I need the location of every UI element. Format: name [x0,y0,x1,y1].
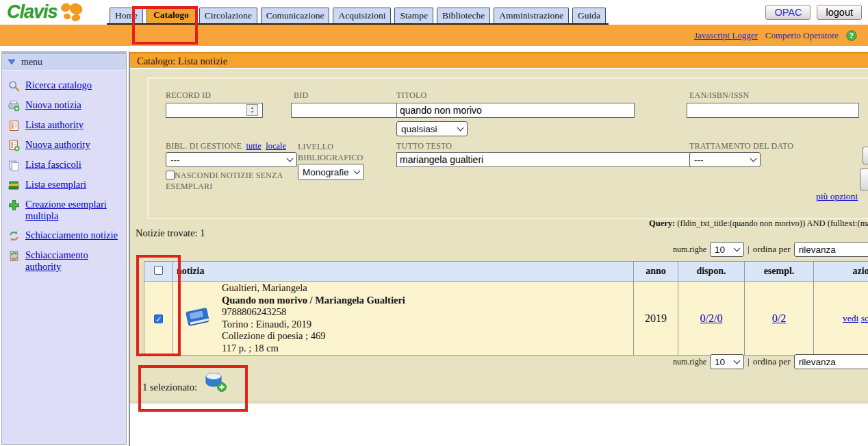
bid-label: BID [294,90,308,101]
nascondi-checkbox[interactable] [166,171,175,179]
select-all-checkbox[interactable] [154,266,163,275]
clavis-logo: Clavis [7,1,84,23]
opac-button[interactable]: OPAC [765,5,810,20]
sidebar-item-lista-esemplari[interactable]: Lista esemplari [8,179,122,191]
sidebar-item-ricerca-catalogo[interactable]: Ricerca catalogo [8,79,122,92]
sidebar-menu-header[interactable]: menu [2,52,126,71]
scheda-link[interactable]: sch [861,313,868,323]
titolo-match-select[interactable]: qualsiasi [396,121,468,136]
merge-records-icon [8,230,20,242]
livello-label: LIVELLO BIBLIOGRAFICO [298,141,366,163]
header-actions: OPAC logout [765,5,862,20]
reset-button-clipped[interactable] [860,169,868,190]
tab-guida[interactable]: Guida [572,8,606,23]
esempl-link[interactable]: 0/2 [772,312,786,324]
chevron-down-icon [734,358,741,364]
sidebar-link-label: Lista authority [25,119,84,131]
sidebar-item-lista-fascicoli[interactable]: Lista fascicoli [8,159,122,171]
trattamento-label: TRATTAMENTO DEL DATO [689,141,793,151]
livello-value: Monografie [303,167,349,177]
logout-button[interactable]: logout [817,5,862,20]
azioni-cell: vedi sch [814,282,868,356]
chevron-down-icon [287,156,294,162]
row-checkbox[interactable]: ✓ [154,314,163,323]
dispon-cell: 0/2/0 [678,282,745,356]
row-select-cell: ✓ [144,282,173,356]
bibl-tutte-link[interactable]: tutte [246,141,261,151]
new-record-icon [8,100,20,112]
num-righe-select[interactable]: 10 [710,242,744,257]
tab-stampe[interactable]: Stampe [394,8,433,23]
num-righe-label: num.righe [673,245,706,255]
record-description: 117 p. ; 18 cm [222,343,405,355]
page-title: Catalogo: Lista notizie [130,52,868,68]
chevron-down-icon [734,245,741,252]
results-table: notizia anno dispon. esempl. azioni ✓ [144,261,868,356]
sidebar-link-label: Lista esemplari [25,179,86,190]
sidebar-items: Ricerca catalogo Nuova notizia [2,71,126,273]
ean-input[interactable] [687,103,859,118]
svg-text:?: ? [850,32,854,39]
vedi-link[interactable]: vedi [843,313,858,323]
search-button-clipped[interactable] [863,147,868,164]
titolo-input[interactable] [396,103,635,118]
operator-name: Comperio Operatore [765,30,839,41]
results-header-row: notizia anno dispon. esempl. azioni [144,262,868,282]
bibl-gestione-value: --- [170,155,180,165]
tab-catalogo[interactable]: Catalogo [146,6,196,23]
add-to-basket-icon[interactable] [203,369,227,395]
catalog-list-area: RECORD ID ▲▼ BID TITOLO qualsiasi EAN/IS… [130,69,868,404]
help-icon[interactable]: ? [846,30,857,41]
main-content: Catalogo: Lista notizie RECORD ID ▲▼ BID… [130,52,868,446]
sidebar-item-schiacciamento-authority[interactable]: Schiacciamento authority [8,249,122,273]
ordina-select[interactable]: rilevanza [794,354,868,369]
search-form-panel: RECORD ID ▲▼ BID TITOLO qualsiasi EAN/IS… [147,77,868,219]
num-righe-select[interactable]: 10 [710,354,744,369]
chevron-down-icon [354,168,361,175]
ordina-value: rilevanza [799,245,836,255]
sidebar-link-label: Schiacciamento authority [25,249,122,273]
tab-biblioteche[interactable]: Biblioteche [437,8,490,23]
tab-circolazione[interactable]: Circolazione [199,8,257,23]
copies-list-icon [8,179,20,191]
sidebar-link-label: Ricerca catalogo [25,79,92,91]
dispon-link[interactable]: 0/2/0 [700,312,723,324]
tab-amministrazione[interactable]: Amministrazione [494,8,569,23]
bibl-locale-link[interactable]: locale [266,141,286,151]
javascript-logger-link[interactable]: Javascript Logger [694,30,758,41]
bibliographic-details: Gualtieri, Mariangela Quando non morivo … [222,282,405,354]
controls-separator: | [748,356,750,367]
tab-acquisizioni[interactable]: Acquisizioni [333,8,391,23]
ordina-select[interactable]: rilevanza [794,242,868,257]
selection-count-label: 1 selezionato: [142,382,197,393]
book-icon [182,303,214,331]
results-count: Notizie trovate: 1 [136,227,205,239]
sidebar-item-lista-authority[interactable]: Lista authority [8,119,122,132]
record-series: Collezione di poesia ; 469 [222,330,405,343]
tutto-testo-input[interactable] [396,152,694,167]
sidebar-item-schiacciamento-notizie[interactable]: Schiacciamento notizie [8,230,122,242]
chevron-down-icon [8,59,16,65]
ordina-label: ordina per [753,244,791,255]
piu-opzioni-link[interactable]: più opzioni [816,191,858,202]
titolo-label: TITOLO [396,90,426,101]
trattamento-select[interactable]: --- [689,152,761,167]
authority-list-icon [8,120,20,132]
sidebar-item-creazione-esemplari-multipla[interactable]: Creazione esemplari multipla [8,199,122,222]
sidebar: menu Ricerca catalogo Nuova notizia [1,51,127,445]
select-all-cell [144,262,173,282]
controls-separator: | [748,244,750,255]
livello-select[interactable]: Monografie [298,164,364,180]
record-id-spinner[interactable]: ▲▼ [246,104,258,116]
sidebar-item-nuova-notizia[interactable]: Nuova notizia [8,99,122,112]
bibl-gestione-select[interactable]: --- [166,152,297,167]
record-author: Gualtieri, Mariangela [222,282,405,295]
tab-home[interactable]: Home [110,8,143,23]
tab-comunicazione[interactable]: Comunicazione [261,8,330,23]
num-righe-label: num.righe [673,357,706,367]
sidebar-item-nuova-authority[interactable]: Nuova authority [8,139,122,151]
issues-list-icon [8,160,20,171]
bid-input[interactable] [291,103,400,118]
query-text: (fldin_txt_title:(quando non morivo)) AN… [677,219,868,228]
record-isbn: 9788806243258 [222,306,405,319]
